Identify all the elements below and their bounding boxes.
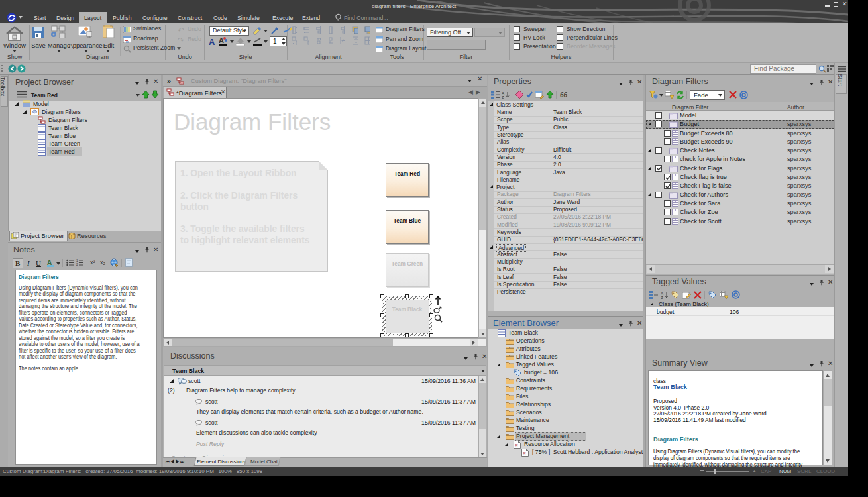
svg-text:1: 1 bbox=[76, 259, 78, 262]
svg-text:Z: Z bbox=[502, 95, 504, 99]
svg-text:R: R bbox=[515, 443, 518, 448]
svg-text:R: R bbox=[523, 451, 526, 456]
svg-text:Z: Z bbox=[661, 296, 663, 299]
svg-text:2: 2 bbox=[76, 263, 78, 266]
svg-text:A: A bbox=[219, 36, 224, 44]
